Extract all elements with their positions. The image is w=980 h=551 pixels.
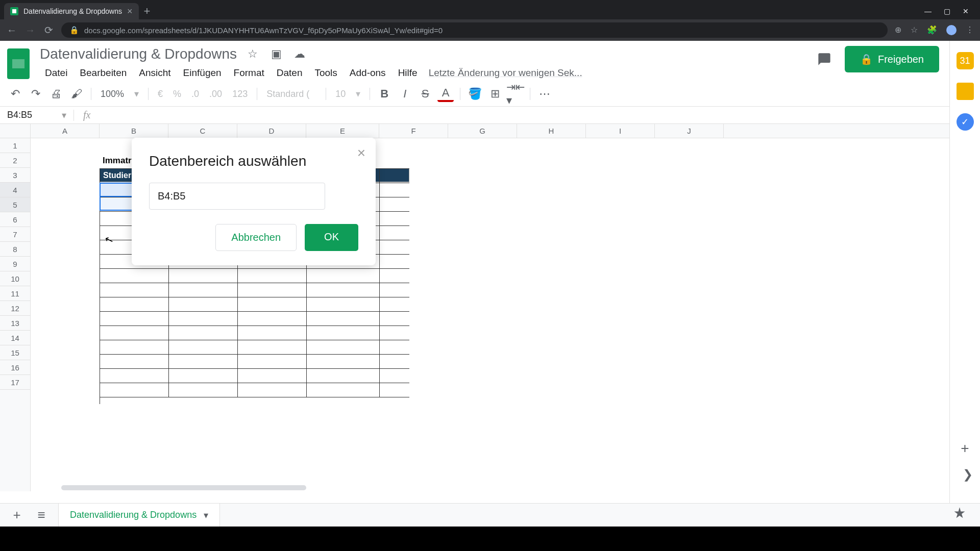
table-cell[interactable] xyxy=(238,269,307,283)
column-header-B[interactable]: B xyxy=(100,124,168,138)
row-header-9[interactable]: 9 xyxy=(0,257,30,271)
column-header-C[interactable]: C xyxy=(168,124,237,138)
new-tab-button[interactable]: + xyxy=(144,5,151,18)
share-button[interactable]: 🔒 Freigeben xyxy=(845,46,939,72)
decrease-decimal[interactable]: .0 xyxy=(188,89,202,99)
table-cell[interactable] xyxy=(307,326,380,340)
forward-icon[interactable]: → xyxy=(24,24,36,36)
menu-view[interactable]: Ansicht xyxy=(134,65,176,81)
window-minimize-icon[interactable]: — xyxy=(924,7,932,15)
table-cell[interactable] xyxy=(169,326,238,340)
add-sheet-button[interactable]: + xyxy=(9,508,24,523)
table-cell[interactable] xyxy=(307,269,380,283)
row-header-3[interactable]: 3 xyxy=(0,168,30,183)
sheets-logo-icon[interactable] xyxy=(5,46,32,82)
menu-addons[interactable]: Add-ons xyxy=(345,65,391,81)
url-input[interactable]: 🔒 docs.google.com/spreadsheets/d/1JKUDAN… xyxy=(61,22,888,38)
table-cell[interactable] xyxy=(100,326,169,340)
italic-icon[interactable]: I xyxy=(397,86,413,102)
row-header-17[interactable]: 17 xyxy=(0,375,30,390)
table-cell[interactable] xyxy=(307,340,380,354)
table-cell[interactable] xyxy=(238,369,307,383)
move-icon[interactable]: ▣ xyxy=(268,46,284,62)
paint-format-icon[interactable]: 🖌 xyxy=(68,86,85,102)
tasks-icon[interactable]: ✓ xyxy=(957,113,974,131)
percent-format[interactable]: % xyxy=(170,89,184,99)
font-size[interactable]: 10 xyxy=(332,89,349,99)
side-panel-chevron-icon[interactable]: ❯ xyxy=(963,467,973,482)
row-header-5[interactable]: 5 xyxy=(0,197,30,212)
cloud-status-icon[interactable]: ☁ xyxy=(292,46,307,62)
row-header-10[interactable]: 10 xyxy=(0,271,30,286)
menu-tools[interactable]: Tools xyxy=(309,65,342,81)
undo-icon[interactable]: ↶ xyxy=(7,86,23,102)
more-formats[interactable]: 123 xyxy=(229,89,251,99)
table-cell[interactable] xyxy=(100,340,169,354)
redo-icon[interactable]: ↷ xyxy=(28,86,44,102)
bookmark-icon[interactable]: ☆ xyxy=(911,25,918,35)
borders-icon[interactable]: ⊞ xyxy=(487,86,503,102)
merge-cells-icon[interactable]: ⇥⇤ ▾ xyxy=(507,86,524,102)
menu-file[interactable]: Datei xyxy=(40,65,72,81)
print-icon[interactable]: 🖨 xyxy=(48,86,64,102)
name-box-dropdown-icon[interactable]: ▾ xyxy=(62,110,66,121)
add-on-plus-icon[interactable]: + xyxy=(957,440,974,457)
table-cell[interactable] xyxy=(169,355,238,368)
menu-data[interactable]: Daten xyxy=(272,65,308,81)
text-color-icon[interactable]: A xyxy=(437,86,454,102)
row-header-4[interactable]: 4 xyxy=(0,183,30,197)
extensions-icon[interactable]: 🧩 xyxy=(927,25,937,35)
column-header-E[interactable]: E xyxy=(306,124,379,138)
table-cell[interactable] xyxy=(100,369,169,383)
row-header-7[interactable]: 7 xyxy=(0,227,30,242)
sheet-tab-active[interactable]: Datenvalidierung & Dropdowns ▾ xyxy=(58,503,220,528)
table-cell[interactable] xyxy=(169,312,238,325)
row-header-13[interactable]: 13 xyxy=(0,316,30,331)
window-close-icon[interactable]: ✕ xyxy=(963,7,969,15)
column-header-H[interactable]: H xyxy=(517,124,586,138)
ok-button[interactable]: OK xyxy=(305,224,358,251)
last-edit-info[interactable]: Letzte Änderung vor wenigen Sek... xyxy=(429,67,582,79)
column-header-I[interactable]: I xyxy=(586,124,655,138)
table-cell[interactable] xyxy=(238,355,307,368)
zoom-icon[interactable]: ⊕ xyxy=(895,25,901,35)
row-header-1[interactable]: 1 xyxy=(0,138,30,153)
table-cell[interactable] xyxy=(238,312,307,325)
increase-decimal[interactable]: .00 xyxy=(206,89,225,99)
reload-icon[interactable]: ⟳ xyxy=(43,24,54,36)
table-cell[interactable] xyxy=(169,297,238,311)
bold-icon[interactable]: B xyxy=(376,86,393,102)
table-cell[interactable] xyxy=(100,283,169,297)
column-header-J[interactable]: J xyxy=(655,124,724,138)
browser-profile-avatar[interactable] xyxy=(946,25,957,35)
menu-insert[interactable]: Einfügen xyxy=(178,65,227,81)
row-header-14[interactable]: 14 xyxy=(0,331,30,345)
fill-color-icon[interactable]: 🪣 xyxy=(467,86,483,102)
table-cell[interactable] xyxy=(307,369,380,383)
table-cell[interactable] xyxy=(169,269,238,283)
keep-icon[interactable] xyxy=(957,83,974,100)
table-cell[interactable] xyxy=(307,297,380,311)
explore-button[interactable] xyxy=(952,506,971,524)
table-cell[interactable] xyxy=(307,312,380,325)
browser-menu-icon[interactable]: ⋮ xyxy=(966,25,974,35)
currency-format[interactable]: € xyxy=(155,89,166,99)
name-box[interactable]: B4:B5 ▾ xyxy=(0,110,74,121)
column-header-G[interactable]: G xyxy=(448,124,517,138)
comments-icon[interactable] xyxy=(814,49,835,69)
table-cell[interactable] xyxy=(169,340,238,354)
row-header-12[interactable]: 12 xyxy=(0,301,30,316)
column-header-A[interactable]: A xyxy=(31,124,100,138)
table-cell[interactable] xyxy=(238,340,307,354)
table-cell[interactable] xyxy=(100,355,169,368)
menu-edit[interactable]: Bearbeiten xyxy=(75,65,132,81)
horizontal-scrollbar[interactable] xyxy=(61,485,306,490)
table-cell[interactable] xyxy=(100,297,169,311)
cancel-button[interactable]: Abbrechen xyxy=(215,224,297,251)
row-header-16[interactable]: 16 xyxy=(0,360,30,375)
sheet-tab-dropdown-icon[interactable]: ▾ xyxy=(204,510,208,521)
row-header-11[interactable]: 11 xyxy=(0,286,30,301)
tab-close-icon[interactable]: × xyxy=(127,6,133,17)
table-cell[interactable] xyxy=(100,312,169,325)
menu-help[interactable]: Hilfe xyxy=(393,65,423,81)
